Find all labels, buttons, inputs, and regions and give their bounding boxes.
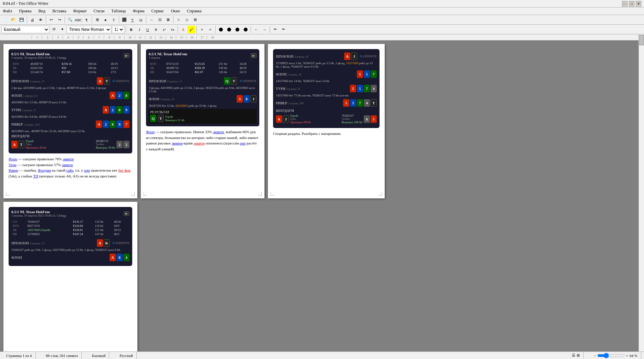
text-button[interactable]: T — [110, 16, 117, 24]
flop-action-3: 14557660 бет 14 bb, 76266337 колл 14 bb — [276, 79, 377, 83]
format-marks-button[interactable]: ¶ — [83, 16, 90, 24]
menu-styles[interactable]: Стили — [92, 8, 106, 14]
menu-help[interactable]: Справка — [185, 8, 203, 14]
highlight-button[interactable]: 🖊 — [188, 26, 195, 33]
preview-button[interactable]: 👁 — [37, 16, 44, 24]
word-count-text: 88 слов, 561 символ — [46, 354, 78, 358]
table-row: BB36347256¥62.87126 bb24/13 — [149, 70, 256, 74]
toolbar-btn-1[interactable]: ⬛ — [121, 16, 128, 24]
link-bets-2[interactable]: эквити — [194, 141, 205, 145]
showdown-hero-3: A J Герой Пара Проиграл 99 bb — [276, 114, 311, 124]
hand-play-btn-1[interactable]: ▶ — [124, 53, 129, 58]
toolbar-btn-4[interactable]: → — [148, 16, 155, 24]
menu-file[interactable]: Файл — [1, 8, 13, 14]
new-button[interactable]: 📄 — [1, 16, 9, 24]
strikethrough-button[interactable]: S — [152, 26, 160, 33]
link-flop-1[interactable]: Флоп — [9, 157, 17, 161]
link-opp-2[interactable]: опп — [240, 141, 246, 145]
style-select[interactable]: Базовый — [1, 26, 49, 33]
link-fold-1[interactable]: Фолдим — [38, 168, 51, 172]
spell-button[interactable]: ABC — [75, 16, 82, 24]
view-web[interactable]: ⊞ — [577, 353, 580, 358]
link-size-1[interactable]: сайз — [66, 168, 73, 172]
subscript-button[interactable]: x₂ — [169, 26, 176, 33]
font-color-button[interactable]: A — [179, 26, 187, 33]
undo-button[interactable]: ↩ — [47, 16, 55, 24]
indent-dec-button[interactable]: ← — [252, 26, 260, 33]
link-tp-1[interactable]: ТП — [33, 174, 38, 178]
menu-window[interactable]: Окно — [169, 8, 181, 14]
open-button[interactable]: 📂 — [10, 16, 17, 24]
table-button[interactable]: ⊞ — [93, 16, 101, 24]
menu-tools[interactable]: Сервис — [150, 8, 166, 14]
menu-edit[interactable]: Правка — [18, 8, 33, 14]
handinote-logo-4: HANDINOTE — [113, 242, 129, 245]
font-size-select[interactable]: 12 — [112, 26, 124, 33]
link-flop-2[interactable]: Флоп — [146, 130, 155, 134]
char-button2[interactable]: ✏ — [280, 26, 287, 33]
hand-play-btn-4[interactable]: ▶ — [124, 211, 129, 216]
zoom-in[interactable]: + — [626, 354, 628, 358]
analysis-text-2: Флоп — сыграно правильно. Имеем 33% экви… — [146, 129, 259, 152]
font-name-select[interactable]: Times New Roman — [67, 26, 111, 33]
circle-button[interactable]: ● — [102, 16, 109, 24]
toolbar-btn-8[interactable]: ◇ — [183, 16, 191, 24]
toolbar-btn-2[interactable]: ∑ — [129, 16, 136, 24]
link-equity-1[interactable]: эквити — [63, 157, 74, 161]
minimize-button[interactable]: — — [622, 1, 628, 7]
menu-form[interactable]: Форма — [131, 8, 146, 14]
zoom-slider[interactable] — [597, 353, 625, 358]
link-turn-1[interactable]: Терн — [9, 163, 16, 167]
river-section-1: РИВЕР 2 игрока, 32.6 A 2 8 9 7 44318965 … — [11, 120, 129, 133]
menu-format[interactable]: Формат — [72, 8, 88, 14]
align-center-button[interactable]: ⬤ — [225, 26, 233, 33]
style-new-button[interactable]: ✦ — [58, 26, 66, 33]
toolbar-btn-7[interactable]: ☆ — [175, 16, 182, 24]
scrollbar-vertical[interactable] — [639, 40, 644, 351]
menu-view[interactable]: Вид — [37, 8, 47, 14]
link-bluff-1[interactable]: бег фов — [118, 168, 131, 172]
bold-button[interactable]: B — [127, 26, 135, 33]
find-button[interactable]: 🔍 — [66, 16, 74, 24]
indent-inc-button[interactable]: → — [261, 26, 268, 33]
save-button[interactable]: 💾 — [18, 16, 25, 24]
close-button[interactable]: ✕ — [636, 1, 641, 7]
menu-table[interactable]: Таблица — [110, 8, 127, 14]
italic-button[interactable]: I — [136, 26, 143, 33]
list-bullet-button[interactable]: ≡ — [198, 26, 206, 33]
turn-action-3: 14557660 бет 75 bb алл-ин, 76266337 колл… — [276, 94, 377, 97]
result-label: РЕЗУЛЬТАТ — [150, 110, 255, 114]
redo-button[interactable]: ↪ — [56, 16, 63, 24]
align-left-button[interactable]: ⬤ — [217, 26, 225, 33]
menu-insert[interactable]: Вставка — [51, 8, 68, 14]
flop-section-3: ФЛОП 2 игрока, 28 5 5 7 14557660 бет 14 … — [276, 70, 377, 83]
link-equity-3[interactable]: эквити — [213, 130, 224, 134]
style-update-button[interactable]: ⟳ — [50, 26, 58, 33]
maximize-button[interactable]: □ — [629, 1, 634, 7]
toolbar-btn-3[interactable]: Ω — [137, 16, 145, 24]
link-equity-2[interactable]: эквити — [62, 163, 73, 167]
underline-button[interactable]: U — [144, 26, 151, 33]
print-button[interactable]: 🖨 — [29, 16, 36, 24]
preflop-action-1: 2 фолда, 44318965 рейз до 2.5 bb, 1 фолд… — [11, 86, 129, 90]
character-highlight-button[interactable]: ✏ — [271, 26, 279, 33]
toolbar-btn-9[interactable]: ⊞ — [191, 16, 199, 24]
link-opp-1[interactable]: опп — [84, 168, 90, 172]
scrollbar-thumb[interactable] — [639, 40, 644, 45]
toolbar-btn-5[interactable]: ⊡ — [156, 16, 163, 24]
card-A: A — [97, 77, 103, 85]
toolbar-btn-6[interactable]: ⊠ — [164, 16, 172, 24]
hand-play-btn-2[interactable]: ▶ — [251, 53, 257, 58]
table-row: BTN88377478¥118.84119 bb50/9 — [12, 224, 129, 228]
align-right-button[interactable]: ⬤ — [234, 26, 241, 33]
preflop-cards-2: Q T HANDINOTE — [224, 77, 257, 85]
link-equity-4[interactable]: эквити — [172, 141, 183, 145]
zoom-out[interactable]: − — [594, 354, 596, 358]
view-normal[interactable]: ☰ — [572, 353, 575, 358]
list-number-button[interactable]: ≡ — [206, 26, 214, 33]
word-count: 88 слов, 561 символ — [43, 352, 82, 359]
analysis-text-3: Спорная раздача. Разобрать с напарником. — [273, 131, 380, 137]
link-river-1[interactable]: Ривер — [9, 168, 18, 172]
align-justify-button[interactable]: ⬤ — [242, 26, 249, 33]
superscript-button[interactable]: x² — [160, 26, 168, 33]
